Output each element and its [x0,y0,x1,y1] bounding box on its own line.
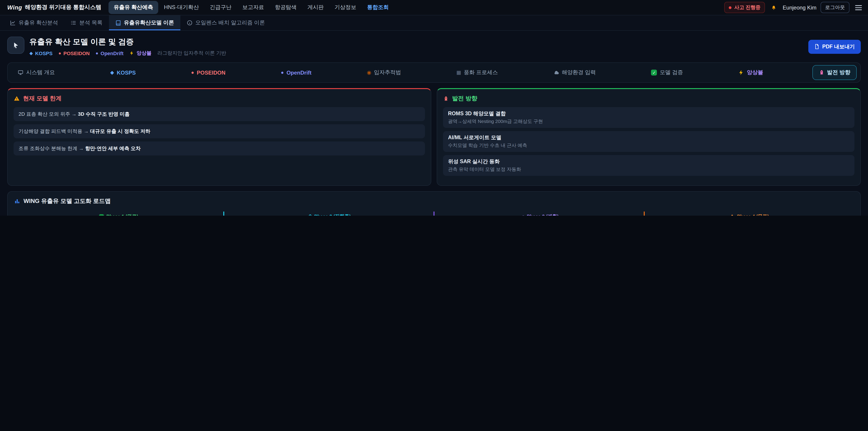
roadmap-phase-3: Phase 3 (계획) AI 융합 ML 서로게이트 위성 SAR 동화 실시… [434,212,644,216]
incident-status-badge[interactable]: 사고 진행중 [724,2,765,13]
nav-item-aerial-search[interactable]: 항공탐색 [270,1,302,14]
section-tab-overview[interactable]: 시스템 개요 [11,65,61,80]
phase-label: Phase 4 (목표) [648,213,850,216]
nav-item-integrated-search[interactable]: 통합조회 [362,1,394,14]
direction-item: 위성 SAR 실시간 동화 관측 유막 데이터 모델 보정 자동화 [443,155,855,176]
bolt-icon [129,51,134,56]
page-header-text: 유출유 확산 모델 이론 및 검증 ◆KOSPS ●POSEIDON ●Open… [29,37,226,57]
limitation-item: 2D 표층 확산 모의 위주 → 3D 수직 구조 반영 미흡 [13,107,425,121]
nav-item-board[interactable]: 게시판 [303,1,329,14]
rocket-icon [818,70,825,75]
list-icon [71,20,76,26]
tab-spill-analysis[interactable]: 유출유 확산분석 [4,16,64,30]
direction-item: AI/ML 서로게이트 모델 수치모델 학습 기반 수초 내 근사 예측 [443,131,855,152]
nav-item-oil-spill-forecast[interactable]: 유출유 확산예측 [109,1,158,14]
content-panels: 현재 모델 한계 2D 표층 확산 모의 위주 → 3D 수직 구조 반영 미흡… [7,88,861,186]
user-name: Eunjeong Kim [783,4,816,11]
main-nav: 유출유 확산예측 HNS·대기확산 긴급구난 보고자료 항공탐색 게시판 기상정… [109,1,394,14]
top-nav: Wing 해양환경 위기대응 통합시스템 유출유 확산예측 HNS·대기확산 긴… [0,0,868,16]
roadmap-header: WING 유출유 모델 고도화 로드맵 [14,197,854,205]
particles-icon: ◉ [367,70,371,75]
check-icon: ✓ [99,214,104,216]
directions-header: 발전 방향 [443,94,855,102]
page-header: 유출유 확산 모델 이론 및 검증 ◆KOSPS ●POSEIDON ●Open… [0,31,868,61]
bar-chart-icon [14,198,20,204]
nav-item-emergency-rescue[interactable]: 긴급구난 [205,1,237,14]
rocket-icon [730,214,735,216]
info-circle-icon [187,20,193,26]
book-icon [115,20,121,26]
tab-label: 분석 목록 [79,19,103,27]
ensemble-badge: 앙상블 [129,50,151,57]
poseidon-badge: ●POSEIDON [58,51,90,56]
section-tab-ensemble[interactable]: 앙상블 [732,65,770,80]
logo: Wing [7,4,22,11]
nav-item-hns-air-dispersion[interactable]: HNS·대기확산 [159,1,204,14]
dot-icon: ● [191,70,194,75]
pdf-export-button[interactable]: PDF 내보내기 [808,39,861,54]
section-tab-particle-tracking[interactable]: ◉ 입자추적법 [361,65,407,80]
incident-status-label: 사고 진행중 [734,4,761,11]
directions-title: 발전 방향 [452,94,477,102]
cloud-icon [553,70,559,75]
limitations-title: 현재 모델 한계 [23,94,61,102]
grid-icon: ▦ [456,70,461,75]
page-title: 유출유 확산 모델 이론 및 검증 [29,37,226,47]
menu-button[interactable] [854,3,864,12]
bell-icon [771,4,777,11]
section-tab-bar: 시스템 개요 ◆ KOSPS ● POSEIDON ● OpenDrift ◉ … [7,62,861,83]
roadmap-phases: ✓ Phase 1 (완료) 2D 앙상블 KOSPS + POSEIDON +… [14,212,854,216]
nav-item-weather-info[interactable]: 기상정보 [330,1,361,14]
section-tab-ocean-input[interactable]: 해양환경 입력 [547,65,602,80]
tab-label: 유출유 확산분석 [19,19,58,27]
hamburger-icon [855,4,862,11]
sub-tab-bar: 유출유 확산분석 분석 목록 유출유확산모델 이론 오일펜스 배치 알고리즘 이… [0,16,868,31]
notifications-button[interactable] [769,3,779,12]
limitations-header: 현재 모델 한계 [13,94,425,102]
check-icon: ✓ [651,70,657,75]
bolt-icon [738,70,744,75]
section-tab-validation[interactable]: ✓ 모델 검증 [645,65,689,80]
cursor-icon [12,41,20,49]
tab-analysis-list[interactable]: 분석 목록 [64,16,109,30]
roadmap-panel: WING 유출유 모델 고도화 로드맵 ✓ Phase 1 (완료) 2D 앙상… [7,191,861,216]
opendrift-badge: ●OpenDrift [96,51,124,56]
tab-model-theory[interactable]: 유출유확산모델 이론 [109,16,180,30]
roadmap-phase-1: ✓ Phase 1 (완료) 2D 앙상블 KOSPS + POSEIDON +… [14,212,223,216]
phase-label: Phase 2 (진행중) [228,213,430,216]
tab-boom-algorithm-theory[interactable]: 오일펜스 배치 알고리즘 이론 [180,16,271,30]
trend-up-icon [520,214,524,216]
limitation-item: 기상해양 결합 피드백 미적용 → 대규모 유출 시 정확도 저하 [13,124,425,138]
rocket-icon [443,96,449,101]
page-subtitle: 라그랑지안 입자추적 이론 기반 [157,50,226,57]
section-tab-future-direction[interactable]: 발전 방향 [812,65,857,80]
roadmap-title: WING 유출유 모델 고도화 로드맵 [24,197,111,205]
kosps-badge: ◆KOSPS [29,51,53,56]
logout-button[interactable]: 로그아웃 [820,2,849,13]
tab-label: 유출유확산모델 이론 [124,19,174,27]
app-root: Wing 해양환경 위기대응 통합시스템 유출유 확산예측 HNS·대기확산 긴… [0,0,868,216]
model-badge-row: ◆KOSPS ●POSEIDON ●OpenDrift 앙상블 라그랑지안 입자… [29,50,226,57]
warning-icon [13,95,20,102]
current-limitations-panel: 현재 모델 한계 2D 표층 확산 모의 위주 → 3D 수직 구조 반영 미흡… [7,88,431,186]
future-directions-panel: 발전 방향 ROMS 3D 해양모델 결합 광역→상세역 Nesting 200… [437,88,861,186]
wrench-icon [307,214,312,216]
section-tab-weathering[interactable]: ▦ 풍화 프로세스 [450,65,504,80]
page-icon-tile [7,37,24,54]
nav-right-cluster: 사고 진행중 Eunjeong Kim 로그아웃 [724,2,864,13]
diamond-icon: ◆ [110,70,114,75]
limitation-item: 조류 조화상수 분해능 한계 → 항만·연안 세부 예측 오차 [13,142,425,155]
section-tab-poseidon[interactable]: ● POSEIDON [185,66,232,79]
dot-icon: ● [96,51,98,55]
phase-label: ✓ Phase 1 (완료) [18,213,220,216]
diamond-icon: ◆ [29,51,33,55]
roadmap-phase-2: Phase 2 (진행중) ROMS 결합 3D 수직 구조 고해상도 연안 조… [223,212,434,216]
brand[interactable]: Wing 해양환경 위기대응 통합시스템 [4,4,104,11]
dot-icon: ● [58,51,61,55]
nav-item-reports[interactable]: 보고자료 [237,1,269,14]
phase-label: Phase 3 (계획) [438,213,640,216]
section-tab-kosps[interactable]: ◆ KOSPS [104,66,142,79]
document-icon [814,44,819,49]
section-tab-opendrift[interactable]: ● OpenDrift [274,66,318,79]
app-title: 해양환경 위기대응 통합시스템 [25,4,101,11]
